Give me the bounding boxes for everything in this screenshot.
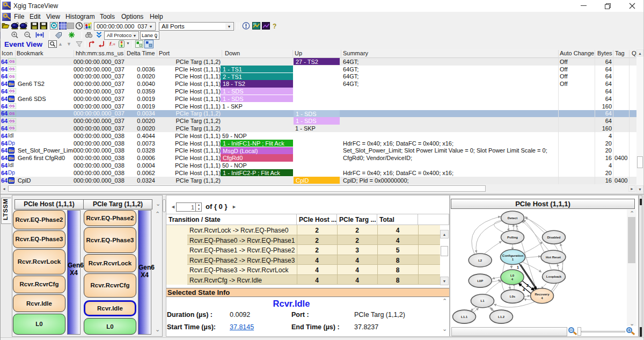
svg-text:Hot Reset: Hot Reset bbox=[546, 256, 561, 259]
svg-text:Detect: Detect bbox=[508, 216, 517, 220]
svg-text:L0: L0 bbox=[510, 274, 515, 277]
svg-text:L0s: L0s bbox=[510, 295, 516, 298]
svg-text:Recovery: Recovery bbox=[535, 293, 550, 296]
svg-text:4: 4 bbox=[523, 288, 525, 292]
svg-text:L1.2: L1.2 bbox=[498, 315, 505, 319]
svg-text:2: 2 bbox=[526, 284, 529, 287]
svg-text:L0P: L0P bbox=[477, 279, 483, 283]
svg-text:Loopback: Loopback bbox=[546, 275, 562, 278]
svg-text:L2: L2 bbox=[478, 259, 482, 262]
svg-text:Configuration: Configuration bbox=[502, 254, 524, 257]
svg-text:1: 1 bbox=[517, 265, 519, 269]
svg-text:L1.1: L1.1 bbox=[461, 315, 468, 319]
svg-text:Polling: Polling bbox=[507, 236, 518, 239]
svg-text:Disabled: Disabled bbox=[547, 236, 560, 239]
svg-text:L1: L1 bbox=[480, 299, 485, 302]
